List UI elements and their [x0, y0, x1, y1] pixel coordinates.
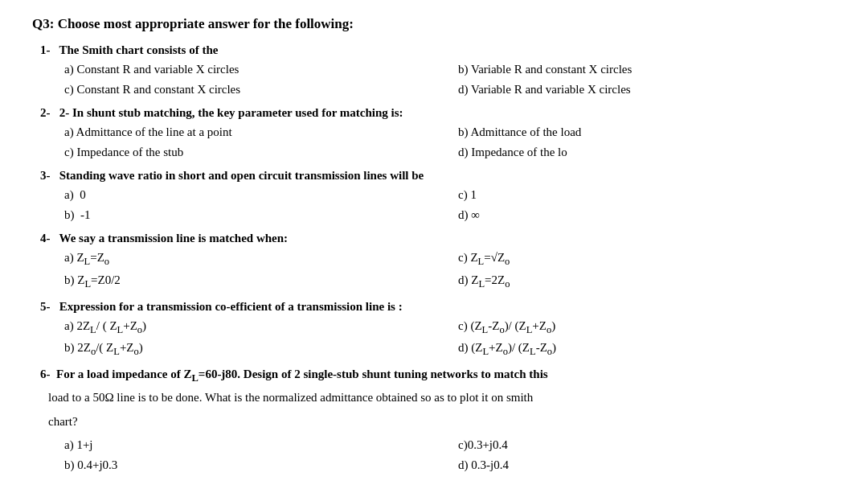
- q4-options: a) ZL=Zo c) ZL=√Zo b) ZL=Z0/2 d) ZL=2Zo: [40, 249, 836, 292]
- q3-number: 3-: [40, 169, 56, 182]
- q3-options: a) 0 c) 1 b) -1 d) ∞: [40, 186, 836, 224]
- question-6-header: 6- For a load impedance of ZL=60-j80. De…: [40, 368, 836, 384]
- q6-continuation: load to a 50Ω line is to be done. What i…: [40, 388, 836, 407]
- q2-option-b: b) Admittance of the load: [450, 123, 836, 142]
- question-2-header: 2- 2- In shunt stub matching, the key pa…: [40, 106, 836, 120]
- q6-options: a) 1+j c)0.3+j0.4 b) 0.4+j0.3 d) 0.3-j0.…: [40, 436, 836, 474]
- q6-chart-label: chart?: [40, 412, 836, 431]
- q6-text: For a load impedance of ZL=60-j80. Desig…: [53, 368, 547, 380]
- q5-option-b: b) 2Zo/( ZL+Zo): [64, 339, 450, 359]
- page-title: Q3: Choose most appropriate answer for t…: [32, 16, 836, 32]
- question-1-header: 1- The Smith chart consists of the: [40, 43, 836, 57]
- q1-options: a) Constant R and variable X circles b) …: [40, 60, 836, 98]
- q5-option-d: d) (ZL+Zo)/ (ZL-Zo): [450, 339, 836, 359]
- q6-option-a: a) 1+j: [64, 436, 450, 454]
- question-1: 1- The Smith chart consists of the a) Co…: [40, 43, 836, 98]
- q2-number: 2-: [40, 106, 56, 119]
- q2-option-a: a) Admittance of the line at a point: [64, 123, 450, 142]
- q5-number: 5-: [40, 300, 56, 313]
- question-5: 5- Expression for a transmission co-effi…: [40, 300, 836, 360]
- q2-options: a) Admittance of the line at a point b) …: [40, 123, 836, 161]
- q3-text: Standing wave ratio in short and open ci…: [59, 169, 424, 182]
- q1-option-a: a) Constant R and variable X circles: [64, 60, 450, 79]
- question-6: 6- For a load impedance of ZL=60-j80. De…: [40, 368, 836, 474]
- q4-option-a: a) ZL=Zo: [64, 249, 450, 269]
- q1-option-b: b) Variable R and constant X circles: [450, 60, 836, 79]
- q2-option-c: c) Impedance of the stub: [64, 143, 450, 162]
- q3-option-d: d) ∞: [450, 206, 836, 224]
- q4-text: We say a transmission line is matched wh…: [59, 232, 288, 244]
- page-container: Q3: Choose most appropriate answer for t…: [32, 16, 836, 474]
- q4-option-d: d) ZL=2Zo: [450, 271, 836, 292]
- q6-option-d: d) 0.3-j0.4: [450, 456, 836, 475]
- q3-option-a: a) 0: [64, 186, 450, 204]
- question-4: 4- We say a transmission line is matched…: [40, 232, 836, 292]
- question-3: 3- Standing wave ratio in short and open…: [40, 169, 836, 224]
- q6-number: 6-: [40, 368, 51, 380]
- q5-option-a: a) 2ZL/ ( ZL+Zo): [64, 317, 450, 338]
- q2-text: 2- In shunt stub matching, the key param…: [59, 106, 403, 119]
- question-4-header: 4- We say a transmission line is matched…: [40, 232, 836, 245]
- q1-option-d: d) Variable R and variable X circles: [450, 80, 836, 99]
- q1-number: 1-: [40, 43, 56, 56]
- q2-option-d: d) Impedance of the lo: [450, 143, 836, 162]
- question-3-header: 3- Standing wave ratio in short and open…: [40, 169, 836, 183]
- q6-option-c: c)0.3+j0.4: [450, 436, 836, 454]
- q5-option-c: c) (ZL-Zo)/ (ZL+Zo): [450, 317, 836, 338]
- q6-option-b: b) 0.4+j0.3: [64, 456, 450, 475]
- q1-text: The Smith chart consists of the: [59, 43, 218, 56]
- question-5-header: 5- Expression for a transmission co-effi…: [40, 300, 836, 314]
- q5-text: Expression for a transmission co-efficie…: [59, 300, 403, 313]
- q4-number: 4-: [40, 232, 56, 244]
- q4-option-b: b) ZL=Z0/2: [64, 271, 450, 292]
- question-2: 2- 2- In shunt stub matching, the key pa…: [40, 106, 836, 161]
- q3-option-b: b) -1: [64, 206, 450, 224]
- q3-option-c: c) 1: [450, 186, 836, 204]
- questions-container: 1- The Smith chart consists of the a) Co…: [32, 43, 836, 474]
- q4-option-c: c) ZL=√Zo: [450, 249, 836, 269]
- q1-option-c: c) Constant R and constant X circles: [64, 80, 450, 99]
- q5-options: a) 2ZL/ ( ZL+Zo) c) (ZL-Zo)/ (ZL+Zo) b) …: [40, 317, 836, 360]
